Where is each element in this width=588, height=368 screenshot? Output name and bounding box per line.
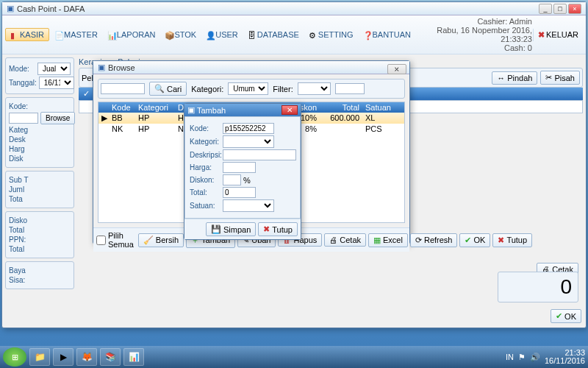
minimize-button[interactable]: _ xyxy=(539,4,552,14)
task-explorer[interactable]: 📁 xyxy=(29,348,50,366)
bersih-label: Bersih xyxy=(156,236,179,244)
t-total-input[interactable] xyxy=(223,187,256,198)
t-kategori-label: Kategori: xyxy=(190,138,220,146)
cetak2-button[interactable]: 🖨Cetak xyxy=(324,233,366,247)
pindah-label: Pindah xyxy=(507,74,532,82)
keluar-button[interactable]: ✖KELUAR xyxy=(533,29,583,41)
tambah-tutup-label: Tutup xyxy=(272,225,293,234)
browse-search-input[interactable] xyxy=(101,83,145,94)
browse-titlebar: ▣ Browse ⤫ xyxy=(93,61,409,74)
menu-kasir[interactable]: ▮KASIR xyxy=(5,28,49,41)
clock[interactable]: 21:33 16/11/2016 xyxy=(545,349,585,365)
tambah-tutup-button[interactable]: ✖Tutup xyxy=(258,222,298,236)
browse-kode-button[interactable]: Browse xyxy=(40,112,75,124)
browse-tutup-button[interactable]: ✖Tutup xyxy=(492,233,532,247)
check-icon: ✔ xyxy=(556,311,562,321)
menu-setting[interactable]: ⚙SETTING xyxy=(304,29,358,40)
left-ppn-label: PPN: xyxy=(9,236,38,244)
t-diskon-input[interactable] xyxy=(223,174,241,185)
task-firefox[interactable]: 🦊 xyxy=(76,348,97,366)
t-deskripsi-label: Deskripsi: xyxy=(190,151,220,159)
t-harga-input[interactable] xyxy=(223,162,256,173)
t-satuan-label: Satuan: xyxy=(190,202,220,210)
close2-icon: ✖ xyxy=(263,224,270,234)
cell-satuan: XL xyxy=(362,113,399,124)
t-kode-label: Kode: xyxy=(190,124,220,132)
menu-user-label: USER xyxy=(215,30,238,39)
excel-label: Excel xyxy=(383,236,403,244)
menu-database[interactable]: 🗄DATABASE xyxy=(243,29,304,40)
menu-kasir-label: KASIR xyxy=(20,30,44,39)
t-diskon-label: Diskon: xyxy=(190,176,220,184)
browse-filter-label: Filter: xyxy=(273,85,293,93)
cell-total: 600.000 xyxy=(320,113,362,124)
maximize-button[interactable]: □ xyxy=(553,4,567,14)
pisah-icon: ✂ xyxy=(545,73,552,82)
status-info: Cashier: Admin Rabu, 16 Nopember 2016, 2… xyxy=(416,17,532,52)
tanggal-select[interactable]: 16/11/2016 xyxy=(39,77,74,89)
browse-kategori-select[interactable]: Umum xyxy=(228,82,268,95)
t-satuan-select[interactable] xyxy=(223,199,274,212)
menu-bantuan-label: BANTUAN xyxy=(373,30,412,39)
cell-kat: HP xyxy=(135,113,175,124)
simpan-button[interactable]: 💾Simpan xyxy=(206,222,256,236)
taskbar: ⊞ 📁 ▶ 🦊 📚 📊 IN ⚑ 🔊 21:33 16/11/2016 xyxy=(0,346,588,368)
search-icon: 🔍 xyxy=(154,84,165,93)
browse-filter-input[interactable] xyxy=(335,83,365,94)
refresh-button[interactable]: ⟳Refresh xyxy=(410,233,458,247)
menu-user[interactable]: 👤USER xyxy=(201,29,243,40)
close-button[interactable]: × xyxy=(568,4,581,14)
menu-master[interactable]: 📄MASTER xyxy=(50,29,102,40)
cari-button[interactable]: 🔍Cari xyxy=(149,82,187,96)
pindah-button[interactable]: ↔Pindah xyxy=(492,71,537,85)
bcol-kode: Kode xyxy=(109,102,135,113)
task-app[interactable]: 📊 xyxy=(123,348,144,366)
lang-indicator[interactable]: IN xyxy=(506,353,514,361)
tutup-icon: ✖ xyxy=(498,236,504,245)
pindah-icon: ↔ xyxy=(497,74,505,82)
menu-bantuan[interactable]: ❓BANTUAN xyxy=(359,29,416,40)
browse-close-button[interactable]: ⤫ xyxy=(387,64,406,74)
start-button[interactable]: ⊞ xyxy=(3,347,26,367)
task-mediaplayer[interactable]: ▶ xyxy=(53,348,74,366)
bcol-kategori: Kategori xyxy=(135,102,175,113)
tambah-close-button[interactable]: ✕ xyxy=(282,105,298,115)
cell-kode: BB xyxy=(109,113,135,124)
mode-select[interactable]: Jual xyxy=(37,63,71,75)
t-kode-input[interactable] xyxy=(223,123,274,134)
cell-total xyxy=(320,124,362,134)
kode-input[interactable] xyxy=(9,113,38,124)
bersih-button[interactable]: 🧹Bersih xyxy=(138,233,184,247)
cetak2-label: Cetak xyxy=(340,236,361,244)
pilih-semua-checkbox[interactable] xyxy=(96,236,106,245)
pisah-button[interactable]: ✂Pisah xyxy=(540,71,580,85)
print2-icon: 🖨 xyxy=(329,236,337,244)
left-deskripsi-label: Desk xyxy=(9,135,38,144)
simpan-label: Simpan xyxy=(223,225,251,234)
tray-network-icon[interactable]: 🔊 xyxy=(530,353,540,362)
browse-ok-button[interactable]: ✔OK xyxy=(459,233,490,247)
t-kategori-select[interactable] xyxy=(223,135,274,148)
browse-title: Browse xyxy=(108,63,405,72)
excel-button[interactable]: ▦Excel xyxy=(368,233,408,247)
menu-stok[interactable]: 📦STOK xyxy=(160,29,201,40)
date-label: Rabu, 16 Nopember 2016, 21:33:23 xyxy=(416,26,532,43)
windows-icon: ⊞ xyxy=(12,353,18,362)
left-harga-label: Harg xyxy=(9,145,38,153)
browse-filter-select[interactable] xyxy=(298,82,331,95)
cell-satuan: PCS xyxy=(362,124,399,134)
tray-flag-icon[interactable]: ⚑ xyxy=(518,353,526,362)
left-total-label: Tota xyxy=(9,195,38,203)
left-diskon-label: Disk xyxy=(9,155,38,163)
main-ok-button[interactable]: ✔OK xyxy=(551,309,581,323)
task-winrar[interactable]: 📚 xyxy=(100,348,121,366)
t-harga-label: Harga: xyxy=(190,163,220,171)
tanggal-label: Tanggal: xyxy=(9,79,37,87)
menu-laporan[interactable]: 📊LAPORAN xyxy=(103,29,160,40)
menubar: ▮KASIR 📄MASTER 📊LAPORAN 📦STOK 👤USER 🗄DAT… xyxy=(2,15,586,54)
save-icon: 💾 xyxy=(211,224,221,234)
left-kategori-label: Kateg xyxy=(9,126,38,134)
t-deskripsi-input[interactable] xyxy=(223,149,296,160)
cell-kat: HP xyxy=(135,124,175,134)
kode-label: Kode: xyxy=(9,102,28,110)
